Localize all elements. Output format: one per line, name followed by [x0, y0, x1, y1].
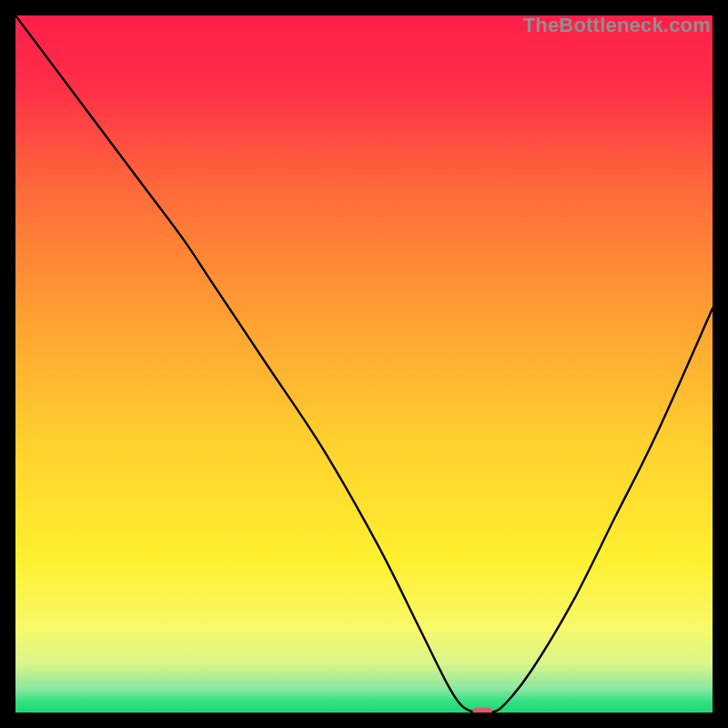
bottleneck-chart — [15, 15, 713, 713]
watermark-text: TheBottleneck.com — [523, 14, 711, 37]
gradient-background — [15, 15, 713, 713]
chart-frame: TheBottleneck.com — [15, 15, 713, 713]
optimal-marker — [472, 707, 491, 713]
